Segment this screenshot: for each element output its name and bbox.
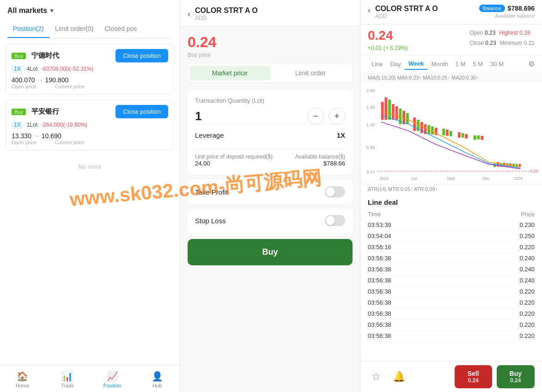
deal-price: 0.250 [469,231,535,242]
chevron-down-icon: ▼ [49,7,55,14]
deal-price: 0.240 [469,253,535,264]
order-tab-market[interactable]: Market price [189,66,270,80]
right-back-btn[interactable]: ‹ [368,5,371,15]
qty-value: 1 [195,109,201,123]
position-card-1: Buy 平安银行 Close position 1X 1Lot -264.000… [6,100,174,150]
right-price-block: 0.24 +0.01 (+ 6.19%) [368,28,408,51]
pos-leverage-0: 1X [12,65,23,73]
svg-rect-16 [396,106,398,120]
svg-text:Jun: Jun [411,177,418,181]
sell-label: Sell [468,370,479,377]
chart-tab-week[interactable]: Week [405,58,428,70]
ohlc-block: Open 0.23 Highest 0.26 Close 0.23 Minimu… [469,28,535,48]
chart-tab-day[interactable]: Day [387,59,405,69]
current-price-val-1: 10.690 [42,132,61,140]
svg-rect-30 [458,132,461,138]
qty-row: 1 − + [195,108,345,124]
chart-settings-icon[interactable]: ⚙ [528,60,535,68]
table-row: 03:56:160.220 [368,242,535,253]
star-icon[interactable]: ☆ [368,369,384,385]
close-position-btn-0[interactable]: Close position [116,49,168,62]
order-tabs: Market price Limit order [188,64,353,82]
right-price: 0.24 [368,28,408,43]
deal-time: 03:56:38 [368,331,469,342]
positions-list: Buy 宁德时代 Close position 1X 4Lot -83708.0… [0,38,180,365]
svg-text:Dec: Dec [482,177,490,181]
mid-back-btn[interactable]: ‹ [188,9,190,19]
deal-time: 03:56:38 [368,275,469,286]
line-deal: Line deal Time Price 03:53:390.23003:54:… [360,194,542,361]
chart-tab-month[interactable]: Month [427,59,451,69]
deal-time: 03:56:38 [368,264,469,275]
svg-text:Sept: Sept [447,177,455,181]
available-value: $788.66 [295,160,345,167]
minimum-label: Minimum 0.21 [500,38,535,49]
deal-time: 03:56:38 [368,297,469,308]
qty-increase-btn[interactable]: + [329,108,345,124]
deal-price: 0.230 [469,220,535,231]
tab-limit-order[interactable]: Limit order(0) [49,20,99,38]
pos-prices-1: 13.330 → 10.690 Open price Current price [12,132,168,145]
qty-decrease-btn[interactable]: − [307,108,324,124]
stop-loss-label: Stop Loss [195,217,226,225]
right-header: ‹ COLOR STRT A O ADD Balance $788.696 Av… [360,0,542,24]
no-more: No more [6,156,174,178]
pos-pnl-1: -264.000(-19.80%) [41,122,87,128]
pos-badge-0: Buy [12,53,26,59]
stop-loss-toggle[interactable] [325,215,345,226]
take-profit-toggle[interactable] [325,186,345,197]
deal-time: 03:56:38 [368,286,469,297]
chart-area: 2.80 1.80 1.20 0.60 0.17 0.24 2023 Jun S… [360,82,542,184]
svg-rect-33 [474,135,476,140]
arrow-icon-0: → [37,76,43,84]
buy-price-right: 0.24 [510,377,522,384]
nav-trade[interactable]: 📊 Trade [45,369,90,390]
deal-price: 0.240 [469,275,535,286]
current-price-label-1: Current price [55,140,85,145]
pos-pnl-0: -83708.000(-52.31%) [41,66,93,72]
chart-tab-30m[interactable]: 30 M [487,59,507,69]
left-header: All markets ▼ Position(2) Limit order(0)… [0,0,180,38]
nav-hub[interactable]: 👤 Hub [135,369,180,390]
all-markets[interactable]: All markets ▼ [7,6,172,20]
svg-rect-27 [442,129,445,135]
right-bottom-nav: ☆ 🔔 Sell 0.24 Buy 0.24 [360,361,542,392]
balance-row: Unit price of deposit required($) 24.00 … [195,148,345,167]
mid-title-block: COLOR STRT A O ADD [195,6,258,21]
svg-text:1.20: 1.20 [366,122,375,128]
deal-time: 03:56:38 [368,253,469,264]
deal-time: 03:53:39 [368,220,469,231]
chart-svg: 2.80 1.80 1.20 0.60 0.17 0.24 2023 Jun S… [364,82,538,184]
close-position-btn-1[interactable]: Close position [116,105,168,118]
open-price-label-1: Open price [12,140,37,145]
stop-loss-section: Stop Loss [188,208,353,233]
line-deal-title: Line deal [368,194,535,209]
ma-info: MA(5,10,20) MA5:0.23↑ MA10:0.25↑ MA20:0.… [360,73,542,82]
svg-rect-29 [450,131,452,136]
nav-position[interactable]: 📈 Position [90,369,135,390]
buy-button-right[interactable]: Buy 0.24 [497,365,535,388]
chart-tab-1m[interactable]: 1 M [452,59,469,69]
mid-body: 0.24 Buy price Market price Limit order … [180,26,360,392]
pos-leverage-1: 1X [12,121,23,129]
bell-icon[interactable]: 🔔 [389,369,409,385]
mid-buy-button[interactable]: Buy [188,239,353,265]
chart-tab-line[interactable]: Line [368,59,387,69]
deal-price: 0.220 [469,242,535,253]
chart-tab-5m[interactable]: 5 M [469,59,487,69]
tab-closed-pos[interactable]: Closed pos [99,20,142,38]
order-tab-limit[interactable]: Limit order [270,66,351,80]
table-row: 03:56:380.220 [368,319,535,331]
ohlc-row-1: Open 0.23 Highest 0.26 [469,28,535,38]
position-icon: 📈 [107,371,118,382]
sell-button[interactable]: Sell 0.24 [455,365,492,388]
home-icon: 🏠 [17,371,28,382]
leverage-row: Leverage 1X [195,124,345,146]
nav-home[interactable]: 🏠 Home [0,369,45,390]
left-panel: All markets ▼ Position(2) Limit order(0)… [0,0,180,392]
balance-badge: Balance [479,5,505,12]
right-subtitle: ADD [375,13,475,19]
open-price-item-1: 13.330 → 10.690 Open price Current price [12,132,84,145]
middle-panel: ‹ COLOR STRT A O ADD 0.24 Buy price Mark… [180,0,360,392]
tab-position[interactable]: Position(2) [7,20,49,38]
